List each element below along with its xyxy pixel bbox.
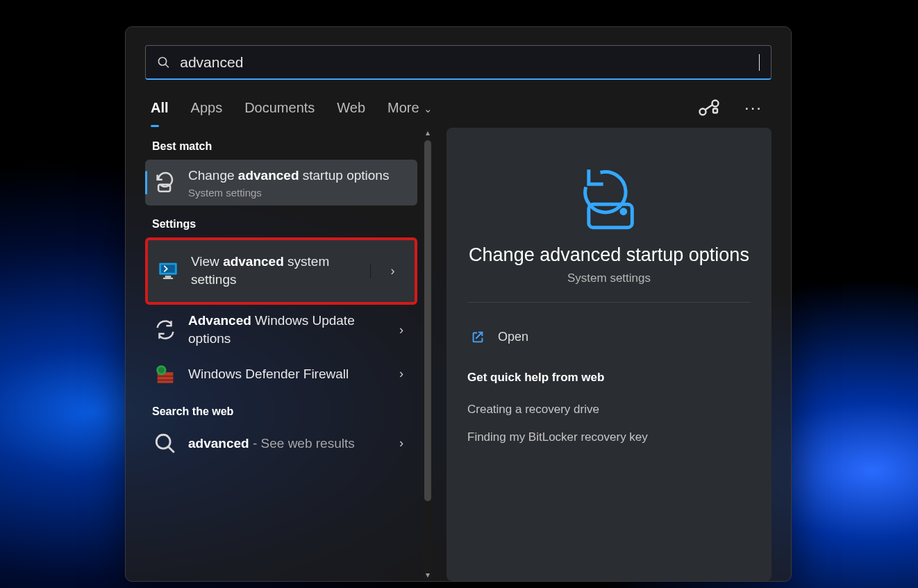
tab-more[interactable]: More⌄	[387, 96, 433, 120]
ellipsis-icon: ···	[744, 98, 762, 117]
result-advanced-windows-update[interactable]: Advanced Windows Update options ›	[145, 305, 417, 355]
chevron-right-icon: ›	[394, 323, 409, 337]
result-title: Windows Defender Firewall	[188, 365, 383, 384]
search-bar-container: advanced	[126, 27, 791, 87]
open-action[interactable]: Open	[467, 322, 751, 351]
svg-line-1	[165, 64, 168, 67]
result-search-web[interactable]: advanced - See web results ›	[145, 425, 417, 462]
recovery-large-icon	[574, 164, 644, 233]
details-subtitle: System settings	[567, 271, 651, 285]
details-title: Change advanced startup options	[469, 244, 749, 266]
search-bar[interactable]: advanced	[145, 45, 771, 80]
section-settings-label: Settings	[152, 218, 427, 230]
quick-help-heading: Get quick help from web	[467, 371, 751, 385]
svg-point-2	[700, 109, 706, 115]
details-pane: Change advanced startup options System s…	[447, 128, 771, 581]
scroll-up-icon[interactable]: ▴	[423, 128, 433, 139]
tab-web[interactable]: Web	[337, 96, 365, 120]
recovery-icon	[153, 171, 177, 194]
text-caret	[759, 54, 760, 71]
filter-tabs: All Apps Documents Web More⌄	[151, 96, 433, 120]
result-title: Change advanced startup options	[188, 167, 409, 185]
tab-documents[interactable]: Documents	[244, 96, 315, 120]
firewall-icon	[153, 362, 177, 386]
svg-rect-9	[165, 276, 172, 278]
scroll-down-icon[interactable]: ▾	[423, 570, 433, 581]
result-title: advanced - See web results	[188, 435, 383, 453]
result-view-advanced-system-settings[interactable]: View advanced system settings ›	[145, 237, 417, 305]
monitor-icon	[156, 259, 180, 283]
search-icon	[153, 432, 177, 455]
chevron-right-icon: ›	[394, 367, 409, 381]
scroll-thumb[interactable]	[424, 140, 431, 501]
result-best-match[interactable]: Change advanced startup options System s…	[145, 160, 417, 205]
result-title: View advanced system settings	[191, 253, 351, 289]
open-action-label: Open	[498, 330, 528, 344]
nodes-icon	[696, 95, 721, 120]
search-query-text: advanced	[180, 54, 760, 71]
search-highlights-button[interactable]	[696, 95, 721, 120]
svg-point-0	[158, 57, 166, 65]
svg-rect-10	[163, 278, 173, 279]
result-subtitle: System settings	[188, 187, 409, 199]
filter-tabs-row: All Apps Documents Web More⌄ ···	[126, 87, 791, 128]
tab-apps[interactable]: Apps	[191, 96, 223, 120]
quick-link-recovery-drive[interactable]: Creating a recovery drive	[467, 396, 751, 423]
result-context-button[interactable]: ›	[370, 264, 415, 278]
chevron-right-icon: ›	[394, 436, 409, 451]
chevron-right-icon: ›	[385, 264, 401, 278]
svg-point-15	[158, 367, 165, 373]
results-scrollbar[interactable]: ▴ ▾	[423, 128, 433, 581]
section-search-web-label: Search the web	[152, 405, 427, 418]
result-title: Advanced Windows Update options	[188, 312, 383, 348]
svg-rect-4	[713, 109, 717, 113]
sync-icon	[153, 318, 177, 342]
svg-point-19	[621, 210, 626, 214]
more-options-button[interactable]: ···	[741, 95, 766, 120]
results-list: ▴ ▾ Best match Change advanced startup o…	[145, 128, 430, 581]
svg-rect-8	[161, 265, 175, 273]
chevron-down-icon: ⌄	[424, 103, 433, 115]
svg-line-17	[169, 447, 174, 453]
details-header: Change advanced startup options System s…	[467, 149, 751, 303]
start-search-flyout: advanced All Apps Documents Web More⌄ ··…	[125, 26, 792, 582]
search-icon	[157, 56, 170, 69]
quick-link-bitlocker-key[interactable]: Finding my BitLocker recovery key	[467, 423, 751, 451]
svg-point-16	[156, 435, 170, 448]
svg-point-3	[712, 101, 719, 107]
section-best-match-label: Best match	[152, 140, 427, 153]
tab-all[interactable]: All	[151, 96, 169, 120]
svg-line-5	[706, 105, 712, 110]
result-windows-defender-firewall[interactable]: Windows Defender Firewall ›	[145, 355, 417, 393]
tab-more-label: More	[387, 100, 419, 115]
open-external-icon	[470, 329, 485, 344]
